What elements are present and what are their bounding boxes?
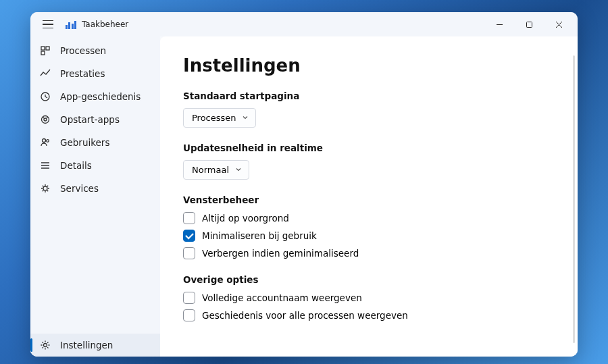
- svg-point-17: [43, 186, 47, 190]
- minimize-button[interactable]: [484, 12, 514, 36]
- processes-icon: [40, 45, 51, 56]
- update-speed-select[interactable]: Normaal: [183, 160, 249, 180]
- checkbox-history-all-processes[interactable]: Geschiedenis voor alle processen weergev…: [183, 309, 555, 321]
- page-title: Instellingen: [183, 55, 555, 76]
- svg-point-18: [44, 344, 47, 347]
- default-startpage-select[interactable]: Processen: [183, 108, 256, 128]
- checkbox-full-account-name[interactable]: Volledige accountnaam weergeven: [183, 292, 555, 304]
- window: Taakbeheer Processen Prestaties App-gesc…: [30, 12, 578, 357]
- sidebar-item-details[interactable]: Details: [30, 154, 160, 177]
- details-icon: [40, 160, 51, 171]
- select-value: Processen: [192, 113, 236, 123]
- startup-icon: [40, 114, 51, 125]
- other-options-label: Overige opties: [183, 274, 555, 285]
- sidebar-item-label: App-geschiedenis: [60, 91, 141, 102]
- sidebar-item-services[interactable]: Services: [30, 177, 160, 200]
- app-icon: [66, 20, 76, 29]
- update-speed-label: Updatesnelheid in realtime: [183, 142, 555, 153]
- checkbox-icon: [183, 247, 195, 259]
- checkbox-always-on-top[interactable]: Altijd op voorgrond: [183, 212, 555, 224]
- sidebar-item-label: Prestaties: [60, 68, 105, 79]
- checkbox-hide-when-minimized[interactable]: Verbergen indien geminimaliseerd: [183, 247, 555, 259]
- checkbox-minimize-on-use[interactable]: Minimaliseren bij gebruik: [183, 230, 555, 242]
- svg-rect-6: [41, 51, 45, 55]
- sidebar-item-label: Opstart-apps: [60, 114, 120, 125]
- svg-point-12: [43, 139, 46, 142]
- sidebar-item-prestaties[interactable]: Prestaties: [30, 62, 160, 85]
- sidebar-item-label: Gebruikers: [60, 137, 109, 148]
- svg-point-9: [44, 118, 47, 121]
- checkbox-icon: [183, 309, 195, 321]
- app-title: Taakbeheer: [82, 20, 128, 29]
- checkbox-label: Geschiedenis voor alle processen weergev…: [202, 310, 408, 321]
- gear-icon: [40, 340, 51, 350]
- sidebar: Processen Prestaties App-geschiedenis Op…: [30, 36, 160, 357]
- services-icon: [40, 183, 51, 194]
- checkbox-label: Minimaliseren bij gebruik: [202, 230, 317, 241]
- checkbox-label: Verbergen indien geminimaliseerd: [202, 248, 359, 259]
- sidebar-item-label: Details: [60, 160, 92, 171]
- svg-rect-1: [526, 22, 532, 27]
- content-area: Instellingen Standaard startpagina Proce…: [160, 36, 578, 357]
- default-startpage-label: Standaard startpagina: [183, 90, 555, 101]
- sidebar-item-label: Processen: [60, 45, 106, 56]
- checkbox-label: Volledige accountnaam weergeven: [202, 292, 362, 303]
- checkbox-label: Altijd op voorgrond: [202, 213, 289, 224]
- checkbox-icon: [183, 292, 195, 304]
- sidebar-item-gebruikers[interactable]: Gebruikers: [30, 131, 160, 154]
- select-value: Normaal: [192, 165, 229, 175]
- sidebar-item-instellingen[interactable]: Instellingen: [30, 334, 160, 357]
- sidebar-item-label: Services: [60, 183, 99, 194]
- svg-rect-4: [41, 47, 45, 50]
- checkbox-icon: [183, 212, 195, 224]
- users-icon: [40, 137, 51, 148]
- chevron-down-icon: [242, 113, 249, 123]
- maximize-button[interactable]: [514, 12, 544, 36]
- performance-icon: [40, 68, 51, 79]
- window-management-label: Vensterbeheer: [183, 194, 555, 205]
- sidebar-item-label: Instellingen: [60, 340, 113, 350]
- svg-rect-5: [46, 47, 49, 50]
- sidebar-item-opstart-apps[interactable]: Opstart-apps: [30, 108, 160, 131]
- checkbox-icon: [183, 230, 195, 242]
- hamburger-menu-button[interactable]: [40, 16, 56, 32]
- titlebar: Taakbeheer: [30, 12, 578, 36]
- history-icon: [40, 91, 51, 102]
- sidebar-item-app-geschiedenis[interactable]: App-geschiedenis: [30, 85, 160, 108]
- svg-point-13: [47, 140, 49, 142]
- sidebar-item-processen[interactable]: Processen: [30, 39, 160, 62]
- svg-line-11: [47, 117, 48, 118]
- chevron-down-icon: [235, 165, 242, 175]
- svg-line-10: [43, 117, 44, 118]
- close-button[interactable]: [544, 12, 574, 36]
